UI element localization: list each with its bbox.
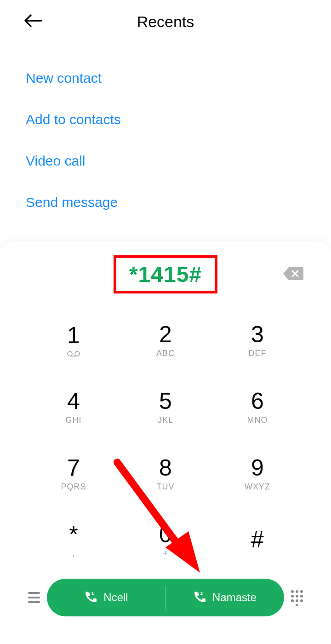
svg-point-7 <box>300 590 303 593</box>
svg-point-14 <box>296 604 298 606</box>
page-title: Recents <box>15 13 316 31</box>
key-7[interactable]: 7 PQRS <box>28 445 120 503</box>
call-button-sim2[interactable]: 2 Namaste <box>166 579 284 616</box>
svg-point-8 <box>291 595 294 598</box>
key-6[interactable]: 6 MNO <box>211 379 303 436</box>
dialed-number: *1415# <box>129 262 202 287</box>
svg-point-5 <box>291 590 294 593</box>
call-button-container: 1 Ncell 2 Namaste <box>47 579 284 616</box>
svg-point-0 <box>68 351 72 356</box>
key-3[interactable]: 3 DEF <box>211 312 303 369</box>
svg-point-6 <box>296 590 298 593</box>
highlight-box: *1415# <box>114 255 217 293</box>
phone-icon: 2 <box>193 590 206 605</box>
svg-point-9 <box>296 595 298 598</box>
keypad: 1 2 ABC 3 DEF 4 GHI 5 JKL 6 <box>0 312 331 569</box>
backspace-icon[interactable] <box>283 266 303 283</box>
add-to-contacts-action[interactable]: Add to contacts <box>26 99 305 140</box>
header: Recents <box>0 0 331 44</box>
key-0[interactable]: 0 + <box>120 512 211 569</box>
key-9[interactable]: 9 WXYZ <box>211 445 303 503</box>
back-arrow-icon[interactable] <box>24 14 42 29</box>
key-5[interactable]: 5 JKL <box>120 379 211 436</box>
voicemail-icon <box>67 350 80 358</box>
svg-text:2: 2 <box>200 591 203 596</box>
svg-point-10 <box>300 595 303 598</box>
dialpad-grid-icon[interactable] <box>290 589 317 606</box>
call-button-row: 1 Ncell 2 Namaste <box>0 569 331 639</box>
key-hash[interactable]: # <box>211 512 303 569</box>
phone-icon: 1 <box>84 590 97 605</box>
svg-point-13 <box>300 599 303 602</box>
svg-point-1 <box>75 351 80 356</box>
key-1[interactable]: 1 <box>28 312 120 369</box>
key-star[interactable]: * , <box>28 512 120 569</box>
call-label-sim2: Namaste <box>212 591 257 604</box>
key-8[interactable]: 8 TUV <box>120 445 211 503</box>
new-contact-action[interactable]: New contact <box>26 58 305 99</box>
key-4[interactable]: 4 GHI <box>28 379 120 436</box>
call-button-sim1[interactable]: 1 Ncell <box>47 579 166 616</box>
call-label-sim1: Ncell <box>103 591 128 604</box>
menu-icon[interactable] <box>14 592 41 603</box>
svg-text:1: 1 <box>91 591 94 596</box>
key-2[interactable]: 2 ABC <box>120 312 211 369</box>
video-call-action[interactable]: Video call <box>26 140 305 182</box>
svg-point-12 <box>296 599 298 602</box>
svg-point-11 <box>291 599 294 602</box>
number-display-row: *1415# <box>0 255 331 293</box>
dialer-panel: *1415# 1 2 ABC 3 DEF <box>0 242 331 644</box>
action-list: New contact Add to contacts Video call S… <box>0 44 331 237</box>
send-message-action[interactable]: Send message <box>26 182 305 223</box>
